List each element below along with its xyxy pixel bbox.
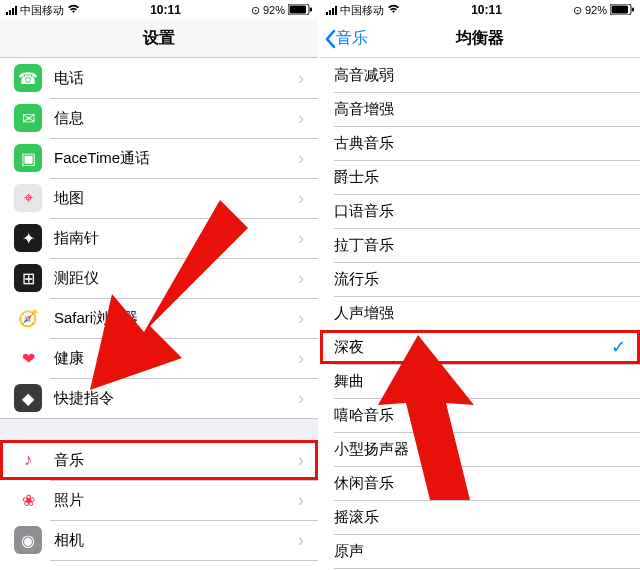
- option-label: 小型扬声器: [334, 440, 626, 459]
- eq-option-7[interactable]: 人声增强: [320, 296, 640, 330]
- settings-row-apps-2[interactable]: ▣FaceTime通话›: [0, 138, 318, 178]
- app-icon: ❤: [14, 344, 42, 372]
- chevron-left-icon: [324, 29, 336, 49]
- row-label: 快捷指令: [54, 389, 298, 408]
- row-label: 相机: [54, 531, 298, 550]
- option-label: 爵士乐: [334, 168, 626, 187]
- nav-bar: 音乐 均衡器: [320, 20, 640, 58]
- chevron-right-icon: ›: [298, 530, 304, 551]
- clock: 10:11: [471, 3, 502, 17]
- alarm-icon: ⊙: [573, 4, 582, 17]
- clock: 10:11: [150, 3, 181, 17]
- chevron-right-icon: ›: [298, 268, 304, 289]
- eq-option-2[interactable]: 古典音乐: [320, 126, 640, 160]
- row-label: 信息: [54, 109, 298, 128]
- eq-option-4[interactable]: 口语音乐: [320, 194, 640, 228]
- row-label: 地图: [54, 189, 298, 208]
- eq-option-6[interactable]: 流行乐: [320, 262, 640, 296]
- settings-row-apps-8[interactable]: ◆快捷指令›: [0, 378, 318, 418]
- app-icon: ✦: [14, 224, 42, 252]
- chevron-right-icon: ›: [298, 388, 304, 409]
- settings-row-apps-3[interactable]: ⌖地图›: [0, 178, 318, 218]
- settings-row-media-0[interactable]: ♪音乐›: [0, 440, 318, 480]
- app-icon: ●●: [14, 566, 42, 570]
- option-label: 舞曲: [334, 372, 626, 391]
- eq-option-11[interactable]: 小型扬声器: [320, 432, 640, 466]
- equalizer-screen: 中国移动 10:11 ⊙ 92% 音乐 均衡器 高音减弱高音增强古典音乐爵士乐口…: [320, 0, 640, 570]
- option-label: 高音增强: [334, 100, 626, 119]
- wifi-icon: [387, 4, 400, 16]
- eq-option-8[interactable]: 深夜✓: [320, 330, 640, 364]
- chevron-right-icon: ›: [298, 228, 304, 249]
- battery-pct: 92%: [263, 4, 285, 16]
- chevron-right-icon: ›: [298, 450, 304, 471]
- row-label: 音乐: [54, 451, 298, 470]
- chevron-right-icon: ›: [298, 188, 304, 209]
- eq-option-5[interactable]: 拉丁音乐: [320, 228, 640, 262]
- row-label: 照片: [54, 491, 298, 510]
- chevron-right-icon: ›: [298, 348, 304, 369]
- svg-rect-1: [289, 5, 306, 13]
- eq-option-1[interactable]: 高音增强: [320, 92, 640, 126]
- settings-row-apps-1[interactable]: ✉信息›: [0, 98, 318, 138]
- eq-option-3[interactable]: 爵士乐: [320, 160, 640, 194]
- settings-list[interactable]: ☎电话›✉信息›▣FaceTime通话›⌖地图›✦指南针›⊞测距仪›🧭Safar…: [0, 58, 318, 570]
- eq-option-9[interactable]: 舞曲: [320, 364, 640, 398]
- eq-option-14[interactable]: 原声: [320, 534, 640, 568]
- app-icon: ♪: [14, 446, 42, 474]
- alarm-icon: ⊙: [251, 4, 260, 17]
- eq-option-12[interactable]: 休闲音乐: [320, 466, 640, 500]
- row-label: FaceTime通话: [54, 149, 298, 168]
- option-label: 古典音乐: [334, 134, 626, 153]
- settings-row-apps-5[interactable]: ⊞测距仪›: [0, 258, 318, 298]
- chevron-right-icon: ›: [298, 308, 304, 329]
- settings-group-apps: ☎电话›✉信息›▣FaceTime通话›⌖地图›✦指南针›⊞测距仪›🧭Safar…: [0, 58, 318, 418]
- settings-row-apps-0[interactable]: ☎电话›: [0, 58, 318, 98]
- app-icon: ✉: [14, 104, 42, 132]
- svg-rect-5: [632, 7, 634, 11]
- back-button[interactable]: 音乐: [324, 20, 368, 57]
- app-icon: ❀: [14, 486, 42, 514]
- option-label: 深夜: [334, 338, 611, 357]
- battery-icon: [288, 4, 312, 17]
- battery-icon: [610, 4, 634, 17]
- equalizer-list[interactable]: 高音减弱高音增强古典音乐爵士乐口语音乐拉丁音乐流行乐人声增强深夜✓舞曲嘻哈音乐小…: [320, 58, 640, 570]
- check-icon: ✓: [611, 336, 626, 358]
- settings-row-apps-7[interactable]: ❤健康›: [0, 338, 318, 378]
- chevron-right-icon: ›: [298, 68, 304, 89]
- settings-screen: 中国移动 10:11 ⊙ 92% 设置 ☎电话›✉信息›▣FaceTime通话›…: [0, 0, 320, 570]
- option-label: 摇滚乐: [334, 508, 626, 527]
- nav-bar: 设置: [0, 20, 318, 58]
- eq-option-10[interactable]: 嘻哈音乐: [320, 398, 640, 432]
- settings-row-media-3[interactable]: ●●Game Center›: [0, 560, 318, 570]
- chevron-right-icon: ›: [298, 490, 304, 511]
- settings-row-apps-6[interactable]: 🧭Safari浏览器›: [0, 298, 318, 338]
- carrier-label: 中国移动: [20, 3, 64, 18]
- settings-row-media-1[interactable]: ❀照片›: [0, 480, 318, 520]
- eq-option-13[interactable]: 摇滚乐: [320, 500, 640, 534]
- option-label: 原声: [334, 542, 626, 561]
- app-icon: ☎: [14, 64, 42, 92]
- option-label: 流行乐: [334, 270, 626, 289]
- app-icon: ▣: [14, 144, 42, 172]
- battery-pct: 92%: [585, 4, 607, 16]
- settings-row-media-2[interactable]: ◉相机›: [0, 520, 318, 560]
- svg-rect-4: [611, 5, 628, 13]
- row-label: Safari浏览器: [54, 309, 298, 328]
- eq-option-0[interactable]: 高音减弱: [320, 58, 640, 92]
- option-label: 嘻哈音乐: [334, 406, 626, 425]
- back-label: 音乐: [336, 28, 368, 49]
- option-label: 人声增强: [334, 304, 626, 323]
- app-icon: ◉: [14, 526, 42, 554]
- signal-icon: [326, 6, 337, 15]
- app-icon: 🧭: [14, 304, 42, 332]
- chevron-right-icon: ›: [298, 148, 304, 169]
- option-label: 休闲音乐: [334, 474, 626, 493]
- app-icon: ⊞: [14, 264, 42, 292]
- settings-row-apps-4[interactable]: ✦指南针›: [0, 218, 318, 258]
- wifi-icon: [67, 4, 80, 16]
- page-title: 设置: [143, 28, 175, 49]
- option-label: 高音减弱: [334, 66, 626, 85]
- row-label: 测距仪: [54, 269, 298, 288]
- settings-group-media: ♪音乐›❀照片›◉相机›●●Game Center›: [0, 440, 318, 570]
